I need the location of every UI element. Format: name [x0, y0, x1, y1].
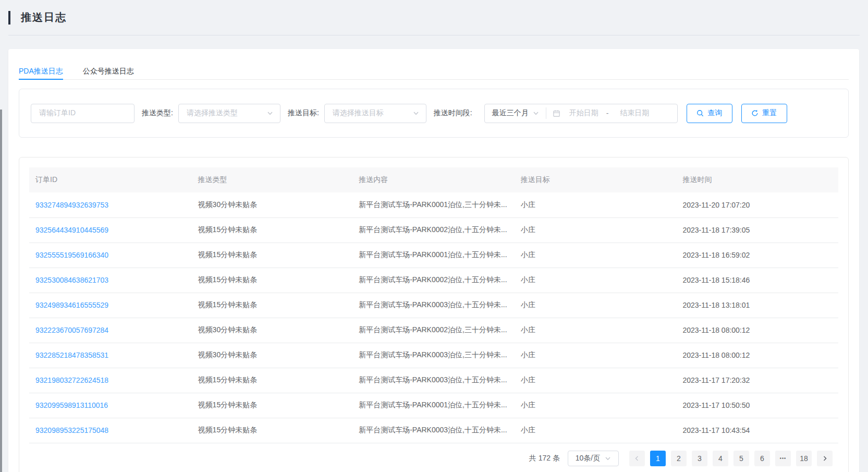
range-separator: -: [606, 109, 609, 117]
push-time-range-picker[interactable]: 最近三个月 开始日期 - 结束日期: [484, 104, 678, 123]
cell-content: 新平台测试车场-PARK0002泊位,三十分钟未...: [352, 318, 515, 343]
page-size-select[interactable]: 10条/页: [568, 451, 619, 466]
cell-type: 视频15分钟未贴条: [192, 217, 353, 243]
order-id-link[interactable]: 932198032722624518: [29, 368, 192, 393]
table-row: 932198032722624518视频15分钟未贴条新平台测试车场-PARK0…: [29, 368, 838, 393]
cell-type: 视频15分钟未贴条: [192, 243, 353, 268]
chevron-left-icon: [634, 455, 640, 462]
cell-target: 小庄: [515, 393, 677, 418]
push-log-table: 订单ID推送类型推送内容推送目标推送时间 933274894932639753视…: [29, 167, 838, 443]
table-row: 932099598913110016视频15分钟未贴条新平台测试车场-PARK0…: [29, 393, 838, 418]
cell-time: 2023-11-18 08:00:12: [676, 343, 838, 368]
collapsed-sidebar-edge: [0, 110, 2, 472]
chevron-down-icon: [413, 110, 419, 116]
push-target-label: 推送目标:: [288, 108, 319, 118]
reset-button[interactable]: 重置: [741, 104, 787, 123]
cell-time: 2023-11-18 15:18:46: [676, 268, 838, 293]
push-time-range-label: 推送时间段:: [434, 108, 472, 118]
page-title: 推送日志: [21, 10, 67, 25]
end-date-placeholder[interactable]: 结束日期: [620, 108, 649, 118]
cell-target: 小庄: [515, 243, 677, 268]
divider: [546, 107, 546, 119]
order-id-input[interactable]: 请输订单ID: [31, 104, 135, 123]
title-marker: [8, 11, 10, 25]
time-preset-value[interactable]: 最近三个月: [492, 108, 529, 118]
filter-panel: 请输订单ID 推送类型: 请选择推送类型 推送目标: 请选择推送目标 推送时间段…: [19, 89, 849, 138]
cell-target: 小庄: [515, 343, 677, 368]
order-id-link[interactable]: 932098953225175048: [29, 418, 192, 443]
tab-bar: PDA推送日志 公众号推送日志: [19, 49, 849, 80]
column-header: 推送目标: [515, 167, 677, 192]
column-header: 推送类型: [192, 167, 353, 192]
table-row: 932098953225175048视频15分钟未贴条新平台测试车场-PARK0…: [29, 418, 838, 443]
cell-target: 小庄: [515, 268, 677, 293]
push-target-placeholder: 请选择推送目标: [333, 108, 384, 118]
chevron-right-icon: [822, 455, 828, 462]
cell-time: 2023-11-17 17:20:32: [676, 368, 838, 393]
page-button-1[interactable]: 1: [650, 451, 666, 466]
cell-content: 新平台测试车场-PARK0001泊位,三十分钟未...: [352, 192, 515, 217]
tab-pda-push-log[interactable]: PDA推送日志: [19, 66, 63, 80]
table-row: 932564434910445569视频15分钟未贴条新平台测试车场-PARK0…: [29, 217, 838, 243]
order-id-link[interactable]: 932564434910445569: [29, 217, 192, 243]
cell-type: 视频15分钟未贴条: [192, 418, 353, 443]
cell-type: 视频15分钟未贴条: [192, 293, 353, 318]
page-button-2[interactable]: 2: [671, 451, 687, 466]
cell-type: 视频15分钟未贴条: [192, 268, 353, 293]
table-row: 932555519569166340视频15分钟未贴条新平台测试车场-PARK0…: [29, 243, 838, 268]
order-id-link[interactable]: 932498934616555529: [29, 293, 192, 318]
order-id-link[interactable]: 932099598913110016: [29, 393, 192, 418]
order-id-link[interactable]: 933274894932639753: [29, 192, 192, 217]
cell-content: 新平台测试车场-PARK0002泊位,十五分钟未...: [352, 268, 515, 293]
chevron-down-icon: [605, 455, 611, 462]
order-id-link[interactable]: 932223670057697284: [29, 318, 192, 343]
cell-target: 小庄: [515, 192, 677, 217]
page-size-value: 10条/页: [576, 454, 600, 463]
search-icon: [696, 110, 704, 117]
cell-target: 小庄: [515, 418, 677, 443]
page-button-18[interactable]: 18: [796, 451, 812, 466]
cell-time: 2023-11-18 16:59:02: [676, 243, 838, 268]
cell-content: 新平台测试车场-PARK0002泊位,十五分钟未...: [352, 217, 515, 243]
order-id-link[interactable]: 932555519569166340: [29, 243, 192, 268]
cell-target: 小庄: [515, 318, 677, 343]
page-ellipsis[interactable]: •••: [775, 451, 791, 466]
page-header: 推送日志: [8, 0, 860, 35]
push-target-select[interactable]: 请选择推送目标: [324, 104, 426, 123]
table-container: 订单ID推送类型推送内容推送目标推送时间 933274894932639753视…: [19, 157, 849, 472]
prev-page-button[interactable]: [629, 451, 645, 466]
total-count: 共 172 条: [529, 454, 560, 463]
reset-button-label: 重置: [762, 108, 777, 118]
table-header-row: 订单ID推送类型推送内容推送目标推送时间: [29, 167, 838, 192]
column-header: 推送时间: [676, 167, 838, 192]
start-date-placeholder[interactable]: 开始日期: [569, 108, 598, 118]
tab-wechat-push-log[interactable]: 公众号推送日志: [83, 66, 134, 79]
cell-content: 新平台测试车场-PARK0003泊位,三十分钟未...: [352, 343, 515, 368]
cell-content: 新平台测试车场-PARK0003泊位,十五分钟未...: [352, 418, 515, 443]
page-button-6[interactable]: 6: [754, 451, 770, 466]
page-button-3[interactable]: 3: [692, 451, 707, 466]
cell-content: 新平台测试车场-PARK0001泊位,十五分钟未...: [352, 393, 515, 418]
cell-time: 2023-11-17 10:43:54: [676, 418, 838, 443]
order-id-link[interactable]: 932530084638621703: [29, 268, 192, 293]
table-row: 932530084638621703视频15分钟未贴条新平台测试车场-PARK0…: [29, 268, 838, 293]
cell-time: 2023-11-18 08:00:12: [676, 318, 838, 343]
page-button-5[interactable]: 5: [733, 451, 749, 466]
cell-time: 2023-11-18 13:18:01: [676, 293, 838, 318]
page-button-4[interactable]: 4: [713, 451, 728, 466]
table-row: 932285218478358531视频30分钟未贴条新平台测试车场-PARK0…: [29, 343, 838, 368]
cell-time: 2023-11-20 17:07:20: [676, 192, 838, 217]
cell-type: 视频30分钟未贴条: [192, 192, 353, 217]
push-type-label: 推送类型:: [142, 108, 173, 118]
cell-type: 视频30分钟未贴条: [192, 318, 353, 343]
column-header: 订单ID: [29, 167, 192, 192]
cell-target: 小庄: [515, 217, 677, 243]
cell-target: 小庄: [515, 293, 677, 318]
order-id-link[interactable]: 932285218478358531: [29, 343, 192, 368]
search-button[interactable]: 查询: [687, 104, 732, 123]
cell-content: 新平台测试车场-PARK0003泊位,十五分钟未...: [352, 293, 515, 318]
next-page-button[interactable]: [817, 451, 833, 466]
push-type-select[interactable]: 请选择推送类型: [178, 104, 280, 123]
pagination: 共 172 条 10条/页 123456•••18: [29, 451, 838, 466]
chevron-down-icon: [533, 110, 539, 116]
